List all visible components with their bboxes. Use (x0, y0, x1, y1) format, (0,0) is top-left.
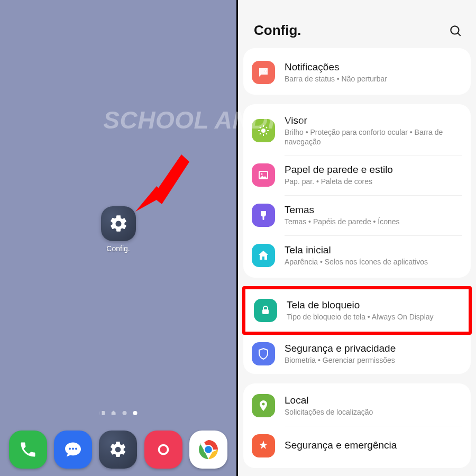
item-title: Segurança e privacidade (285, 343, 462, 354)
settings-card: Visor Brilho • Proteção para conforto oc… (243, 104, 471, 278)
svg-point-3 (72, 448, 74, 450)
search-icon (448, 24, 462, 38)
camera-icon (153, 439, 174, 460)
page-indicator[interactable] (99, 410, 137, 415)
dock-chrome-app[interactable] (189, 431, 227, 469)
search-button[interactable] (447, 23, 463, 39)
highlight-lockscreen: Tela de bloqueio Tipo de bloqueio de tel… (242, 286, 472, 335)
security-icon-badge (252, 342, 275, 365)
image-icon (257, 169, 270, 181)
settings-item-location[interactable]: Local Solicitações de localização (243, 386, 471, 426)
settings-card: Tela de bloqueio Tipo de bloqueio de tel… (243, 286, 471, 374)
item-subtitle: Aparência • Selos nos ícones de aplicati… (285, 257, 462, 267)
svg-marker-0 (135, 186, 166, 212)
svg-point-6 (160, 446, 167, 453)
notifications-icon (252, 61, 275, 84)
settings-card: Notificações Barra de status • Não pertu… (243, 48, 471, 95)
svg-rect-25 (263, 216, 264, 220)
settings-item-homescreen[interactable]: Tela inicial Aparência • Selos nos ícone… (243, 235, 471, 276)
dock-settings-app[interactable] (99, 431, 137, 469)
svg-line-20 (266, 133, 267, 134)
item-subtitle: Temas • Papéis de parede • Ícones (285, 217, 462, 226)
svg-marker-1 (152, 154, 189, 204)
svg-line-21 (266, 127, 267, 128)
item-subtitle: Solicitações de localização (285, 407, 462, 417)
dock-camera-app[interactable] (144, 431, 182, 469)
svg-point-4 (75, 448, 77, 450)
svg-line-19 (260, 127, 261, 128)
themes-icon (252, 204, 275, 227)
svg-point-24 (261, 173, 263, 175)
item-subtitle: Barra de status • Não perturbar (285, 74, 462, 84)
settings-item-lockscreen[interactable]: Tela de bloqueio Tipo de bloqueio de tel… (245, 289, 469, 332)
display-icon (252, 119, 275, 142)
item-title: Tela inicial (285, 244, 462, 256)
location-pin-icon (257, 399, 270, 412)
dock-phone-app[interactable] (9, 431, 47, 469)
svg-line-22 (260, 133, 261, 134)
svg-point-13 (264, 70, 267, 72)
item-title: Segurança e emergência (285, 440, 462, 451)
emergency-icon (257, 440, 270, 452)
settings-item-emergency[interactable]: Segurança e emergência (243, 426, 471, 466)
svg-point-9 (205, 446, 213, 453)
page-dot[interactable] (111, 410, 116, 415)
phone-icon (19, 440, 38, 459)
settings-title: Config. (254, 22, 301, 39)
item-subtitle: Biometria • Gerenciar permissões (285, 355, 462, 365)
item-title: Papel de parede e estilo (285, 164, 462, 176)
home-icon-badge (252, 244, 275, 267)
svg-point-27 (262, 403, 265, 406)
page-dot[interactable] (122, 411, 126, 415)
item-title: Temas (285, 204, 462, 216)
brush-icon (257, 209, 270, 222)
lock-icon-badge (254, 299, 277, 322)
location-icon-badge (252, 394, 275, 417)
svg-point-10 (451, 26, 459, 34)
emergency-icon-badge (252, 434, 275, 457)
settings-item-security[interactable]: Segurança e privacidade Biometria • Gere… (243, 334, 471, 374)
settings-header: Config. (238, 0, 476, 48)
homescreen-panel: SCHOOL ANDROID BR Config. (0, 0, 238, 476)
svg-line-11 (458, 33, 461, 35)
svg-point-14 (261, 129, 266, 133)
settings-app-shortcut[interactable]: Config. (101, 206, 136, 253)
item-subtitle: Pap. par. • Paleta de cores (285, 177, 462, 186)
page-dot-active[interactable] (133, 411, 137, 415)
gear-icon (108, 440, 127, 459)
item-title: Local (285, 395, 462, 406)
homescreen-area[interactable]: Config. (0, 0, 236, 476)
svg-rect-26 (262, 309, 269, 314)
item-title: Visor (285, 115, 462, 126)
item-title: Tela de bloqueio (287, 299, 460, 311)
shield-icon (257, 347, 270, 360)
dock-messages-app[interactable] (54, 431, 92, 469)
dock (0, 431, 236, 469)
page-dot[interactable] (99, 411, 105, 415)
settings-panel: Config. Notificações Barra de status • N… (238, 0, 476, 476)
settings-item-themes[interactable]: Temas Temas • Papéis de parede • Ícones (243, 195, 471, 235)
lock-icon (259, 304, 272, 317)
settings-item-notifications[interactable]: Notificações Barra de status • Não pertu… (243, 52, 471, 93)
settings-card: Local Solicitações de localização Segura… (243, 383, 471, 468)
speech-bubble-icon (257, 66, 270, 79)
settings-app-icon[interactable] (101, 206, 136, 241)
chrome-icon (194, 435, 223, 464)
home-icon (257, 249, 270, 262)
gear-icon (108, 214, 129, 234)
settings-item-wallpaper[interactable]: Papel de parede e estilo Pap. par. • Pal… (243, 155, 471, 195)
sun-icon (257, 124, 270, 137)
chat-icon (63, 440, 83, 459)
item-subtitle: Brilho • Proteção para conforto ocular •… (285, 127, 462, 147)
settings-app-label: Config. (106, 244, 130, 253)
settings-list: Notificações Barra de status • Não pertu… (238, 48, 476, 468)
settings-item-display[interactable]: Visor Brilho • Proteção para conforto oc… (243, 106, 471, 155)
svg-point-2 (69, 448, 71, 450)
wallpaper-icon (252, 163, 275, 187)
item-subtitle: Tipo de bloqueio de tela • Always On Dis… (287, 312, 460, 322)
red-arrow-annotation (131, 149, 189, 218)
item-title: Notificações (285, 61, 462, 73)
